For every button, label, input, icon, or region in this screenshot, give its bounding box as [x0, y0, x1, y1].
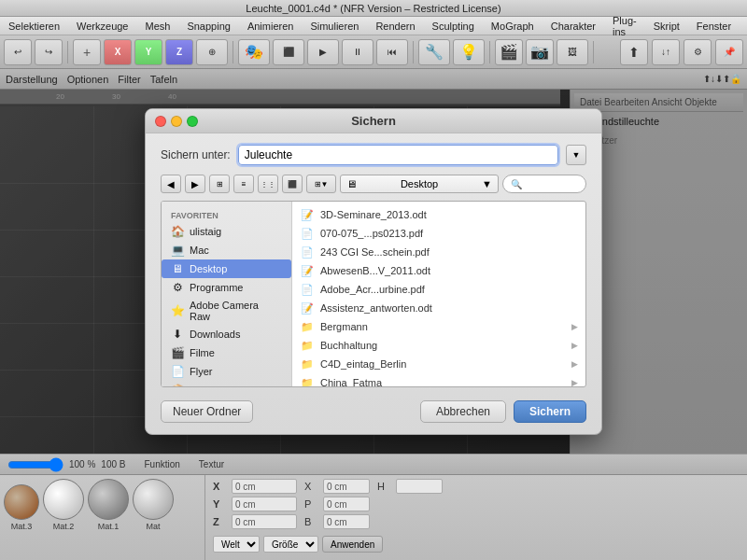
view-icon-grid[interactable]: ⊞ — [209, 175, 230, 193]
menu-mograph[interactable]: MoGraph — [488, 21, 537, 32]
sidebar-adobe-camera-raw[interactable]: ⭐ Adobe Camera Raw — [162, 297, 291, 325]
file-adobe-acr[interactable]: 📄 Adobe_Acr...urbine.pdf — [292, 280, 585, 299]
toolbar-world[interactable]: ⊕ — [196, 39, 228, 65]
toolbar-sep-3 — [413, 41, 414, 63]
view-list[interactable]: ≡ — [233, 175, 254, 193]
toolbar-sculpt-5[interactable]: ⏮ — [376, 39, 408, 65]
sidebar-flyer[interactable]: 📄 Flyer — [162, 362, 291, 381]
x-right-input[interactable] — [323, 479, 370, 494]
search-input[interactable] — [502, 175, 586, 193]
toolbar-sculpt-1[interactable]: 🎭 — [238, 39, 270, 65]
file-243-cgi[interactable]: 📄 243 CGI Se...schein.pdf — [292, 243, 585, 261]
toolbar-sculpt-3[interactable]: ▶ — [307, 39, 339, 65]
close-button[interactable] — [155, 116, 166, 127]
view-coverflow[interactable]: ⬛ — [282, 175, 303, 193]
file-name-assistenz: Assistenz_antworten.odt — [320, 302, 432, 314]
toolbar-render[interactable]: 🎬 — [495, 39, 523, 65]
sidebar-ulistaig[interactable]: 🏠 ulistaig — [162, 222, 291, 241]
mat-label: Mat — [146, 522, 160, 531]
z-right-input[interactable] — [323, 514, 370, 529]
material-mat1[interactable]: Mat.1 — [88, 479, 129, 531]
file-070-075[interactable]: 📄 070-075_...ps0213.pdf — [292, 224, 585, 243]
sidebar-dropbox[interactable]: 📦 Dropbox — [162, 381, 291, 386]
x-value-input[interactable] — [232, 479, 297, 494]
filename-dropdown[interactable]: ▼ — [566, 145, 586, 165]
toolbar2-optionen[interactable]: Optionen — [67, 74, 109, 85]
menu-sculpting[interactable]: Sculpting — [430, 21, 477, 32]
menu-werkzeuge[interactable]: Werkzeuge — [74, 21, 131, 32]
toolbar-snap3[interactable]: ⚙ — [684, 39, 712, 65]
toolbar-redo[interactable]: ↪ — [35, 39, 63, 65]
toolbar-y-axis[interactable]: Y — [134, 39, 162, 65]
file-assistenz[interactable]: 📝 Assistenz_antworten.odt — [292, 299, 585, 317]
file-buchhaltung[interactable]: 📁 Buchhaltung ▶ — [292, 336, 585, 355]
nav-back[interactable]: ◀ — [161, 175, 181, 193]
y-value-input[interactable] — [232, 497, 297, 511]
world-select[interactable]: Welt — [213, 536, 260, 553]
toolbar-new[interactable]: + — [73, 39, 101, 65]
new-folder-button[interactable]: Neuer Ordner — [161, 400, 253, 423]
menu-fenster[interactable]: Fenster — [694, 21, 734, 32]
material-mat[interactable]: Mat — [133, 479, 174, 531]
toolbar-undo[interactable]: ↩ — [4, 39, 32, 65]
y-right-input[interactable] — [323, 497, 370, 511]
toolbar-render2[interactable]: 🖼 — [557, 39, 588, 65]
menu-animieren[interactable]: Animieren — [245, 21, 297, 32]
file-china-fatma[interactable]: 📁 China_Fatma ▶ — [292, 373, 585, 386]
material-mat3[interactable]: Mat.3 — [4, 484, 39, 531]
zoom-percent: 100 % — [69, 459, 95, 469]
save-button[interactable]: Sichern — [514, 400, 586, 423]
filename-input[interactable] — [238, 145, 558, 165]
menu-selektieren[interactable]: Selektieren — [6, 21, 63, 32]
file-abwesen[interactable]: 📝 AbwesenB...V_2011.odt — [292, 261, 585, 280]
mat1-label: Mat.1 — [98, 522, 120, 531]
sidebar-mac[interactable]: 💻 Mac — [162, 241, 291, 259]
toolbar-snap4[interactable]: 📌 — [715, 39, 743, 65]
file-name-bergmann: Bergmann — [320, 321, 368, 332]
file-bergmann[interactable]: 📁 Bergmann ▶ — [292, 317, 585, 336]
menu-skript[interactable]: Skript — [651, 21, 683, 32]
h-input[interactable] — [396, 479, 443, 494]
file-c4d-eintag[interactable]: 📁 C4D_eintag_Berlin ▶ — [292, 355, 585, 373]
toolbar-cam[interactable]: 📷 — [526, 39, 554, 65]
toolbar-tool-a[interactable]: 🔧 — [418, 39, 450, 65]
toolbar-z-axis[interactable]: Z — [165, 39, 193, 65]
save-name-label: Sichern unter: — [161, 148, 231, 161]
location-dropdown[interactable]: 🖥 Desktop ▼ — [340, 175, 499, 193]
nav-forward[interactable]: ▶ — [185, 175, 205, 193]
toolbar2-tafeln[interactable]: Tafeln — [150, 74, 177, 85]
sidebar-programme[interactable]: ⚙ Programme — [162, 278, 291, 297]
toolbar-x-axis[interactable]: X — [104, 39, 132, 65]
material-mat2[interactable]: Mat.2 — [43, 479, 84, 531]
file-3d-seminare[interactable]: 📝 3D-Seminare_2013.odt — [292, 205, 585, 224]
view-dropdown[interactable]: ⊞▼ — [306, 175, 336, 193]
file-name-buchhaltung: Buchhaltung — [320, 340, 377, 351]
toolbar-tool-b[interactable]: 💡 — [453, 39, 485, 65]
toolbar-sculpt-4[interactable]: ⏸ — [342, 39, 374, 65]
menu-simulieren[interactable]: Simulieren — [307, 21, 361, 32]
sidebar-downloads[interactable]: ⬇ Downloads — [162, 325, 291, 343]
z-value-input[interactable] — [232, 514, 297, 529]
minimize-button[interactable] — [171, 116, 182, 127]
file-doc-icon-3: 📝 — [300, 301, 315, 315]
toolbar2-filter[interactable]: Filter — [118, 74, 140, 85]
sidebar-desktop[interactable]: 🖥 Desktop — [162, 259, 291, 278]
zoom-slider[interactable] — [7, 460, 63, 469]
maximize-button[interactable] — [187, 116, 198, 127]
toolbar-snap1[interactable]: ⬆ — [620, 39, 648, 65]
menu-charakter[interactable]: Charakter — [548, 21, 599, 32]
menu-mesh[interactable]: Mesh — [142, 21, 173, 32]
view-columns[interactable]: ⋮⋮ — [258, 175, 278, 193]
toolbar2-darstellung[interactable]: Darstellung — [6, 74, 58, 85]
toolbar-snap2[interactable]: ↓↑ — [652, 39, 680, 65]
apply-button[interactable]: Anwenden — [322, 536, 383, 553]
secondary-toolbar: Darstellung Optionen Filter Tafeln ⬆↓⬇⬆🔒 — [0, 69, 747, 90]
coord-row-z: Z B — [213, 514, 740, 529]
menu-snapping[interactable]: Snapping — [184, 21, 233, 32]
cancel-button[interactable]: Abbrechen — [420, 400, 506, 423]
menu-rendern[interactable]: Rendern — [373, 21, 417, 32]
toolbar-sculpt-2[interactable]: ⬛ — [273, 39, 304, 65]
sidebar-filme[interactable]: 🎬 Filme — [162, 343, 291, 362]
size-select[interactable]: Größe — [263, 536, 318, 553]
menu-plugins[interactable]: Plug-ins — [610, 15, 640, 37]
